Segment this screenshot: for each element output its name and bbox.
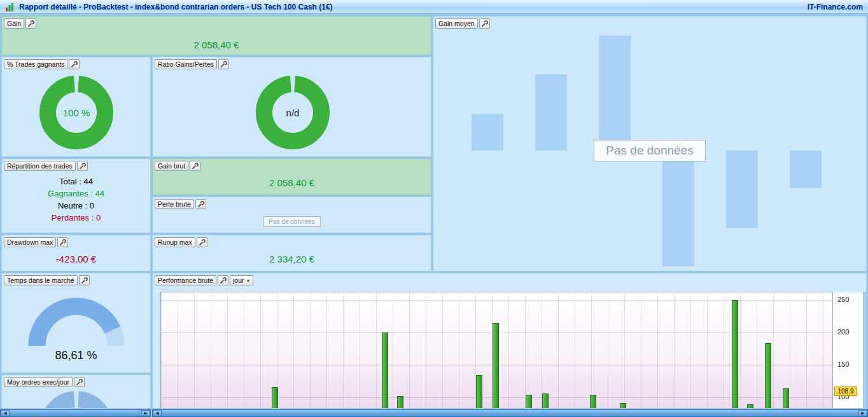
repartition-label-button[interactable]: Répartition des trades (4, 161, 76, 171)
ratio-settings-button[interactable] (218, 59, 229, 69)
performance-period-dropdown[interactable]: jour ▼ (230, 275, 253, 285)
performance-bar (493, 323, 499, 409)
performance-bar (382, 332, 388, 409)
panel-gain-brut: Gain brut 2 058,40 € (152, 158, 431, 195)
pct-trades-value: 100 % (39, 107, 114, 118)
h-scrollbar-left[interactable]: ◀ ▶ (0, 409, 151, 417)
panel-performance-brute: Performance brute jour ▼ 108.9 250200150… (152, 273, 867, 409)
runup-label-button[interactable]: Runup max (155, 237, 195, 247)
panel-runup-max: Runup max 2 334,20 € (152, 235, 431, 271)
gain-moyen-bar (599, 36, 631, 151)
wrench-icon (220, 61, 227, 68)
wrench-icon (71, 61, 78, 68)
runup-value: 2 334,20 € (153, 254, 431, 264)
h-scrollbar-main[interactable]: ◀ ▶ (152, 409, 868, 417)
repartition-row-perdantes: Perdantes : 0 (2, 212, 150, 224)
title-bar: Rapport détaillé - ProBacktest - index&b… (0, 0, 868, 14)
repartition-row-total: Total : 44 (2, 175, 150, 188)
gain-settings-button[interactable] (25, 18, 36, 29)
panel-perte-brute: Perte brute Pas de données (152, 196, 431, 233)
repartition-row-gagnantes: Gagnantes : 44 (2, 188, 150, 200)
y-axis-tick: 200 (837, 328, 849, 336)
pct-trades-settings-button[interactable] (69, 59, 80, 69)
gain-brut-label-button[interactable]: Gain brut (155, 161, 188, 171)
wrench-icon (192, 163, 199, 170)
perte-brute-no-data-label: Pas de données (263, 216, 320, 227)
scroll-right-icon[interactable]: ▶ (858, 410, 867, 416)
performance-bar (476, 375, 482, 409)
performance-bar (620, 403, 626, 409)
window-title: Rapport détaillé - ProBacktest - index&b… (19, 3, 333, 11)
runup-settings-button[interactable] (197, 237, 207, 247)
performance-bar (783, 388, 789, 409)
temps-marche-settings-button[interactable] (79, 275, 90, 285)
pct-trades-label-button[interactable]: % Trades gagnants (4, 59, 67, 69)
repartition-settings-button[interactable] (77, 161, 88, 171)
performance-bar (397, 396, 403, 409)
wrench-icon (197, 201, 204, 208)
app-window: Rapport détaillé - ProBacktest - index&b… (0, 0, 868, 417)
panel-pct-trades-gagnants: % Trades gagnants 100 % (1, 57, 151, 157)
current-value-chip: 108.9 (834, 386, 857, 396)
ratio-label-button[interactable]: Ratio Gains/Pertes (155, 59, 217, 69)
wrench-icon (81, 277, 88, 284)
gain-brut-settings-button[interactable] (190, 161, 200, 171)
panel-repartition: Répartition des trades Total : 44 Gagnan… (1, 158, 151, 233)
panel-gain: Gain 2 058,40 € (1, 16, 431, 55)
gain-moyen-label-button[interactable]: Gain moyen (435, 18, 478, 29)
wrench-icon (79, 163, 86, 170)
ratio-donut-chart: n/d (255, 75, 330, 150)
gain-value: 2 058,40 € (2, 39, 431, 50)
drawdown-settings-button[interactable] (57, 237, 68, 247)
gain-label-button[interactable]: Gain (4, 18, 24, 29)
panel-drawdown-max: Drawdown max -423,00 € (1, 235, 151, 271)
performance-settings-button[interactable] (218, 275, 228, 285)
y-axis-tick: 150 (837, 360, 849, 368)
moy-ordres-settings-button[interactable] (74, 377, 85, 387)
panel-temps-marche: Temps dans le marché 86,61 % (1, 273, 151, 373)
performance-period-value: jour (233, 277, 244, 284)
gain-moyen-bar (472, 114, 503, 151)
h-scrollbar-left-track[interactable] (10, 410, 141, 416)
scroll-right-icon[interactable]: ▶ (141, 410, 150, 416)
chevron-down-icon: ▼ (246, 278, 250, 283)
performance-label-button[interactable]: Performance brute (155, 275, 216, 285)
perte-brute-label-button[interactable]: Perte brute (155, 199, 194, 209)
h-scrollbar-main-track[interactable] (162, 410, 858, 416)
temps-marche-gauge-chart (25, 290, 127, 348)
y-axis-tick: 250 (837, 296, 849, 303)
perte-brute-settings-button[interactable] (195, 199, 206, 209)
drawdown-label-button[interactable]: Drawdown max (4, 237, 56, 247)
performance-bar (526, 395, 532, 409)
wrench-icon (220, 277, 227, 284)
ratio-value: n/d (255, 107, 330, 118)
scroll-left-icon[interactable]: ◀ (1, 410, 10, 416)
moy-ordres-donut-chart (39, 390, 114, 409)
gain-moyen-settings-button[interactable] (479, 18, 490, 29)
performance-bar (747, 404, 753, 409)
scroll-left-icon[interactable]: ◀ (153, 410, 162, 416)
wrench-icon (199, 239, 206, 246)
repartition-row-neutre: Neutre : 0 (2, 200, 150, 212)
drawdown-value: -423,00 € (2, 254, 150, 264)
performance-bar (272, 387, 278, 409)
temps-marche-label-button[interactable]: Temps dans le marché (4, 275, 78, 285)
gain-moyen-bar (535, 74, 567, 151)
performance-v-scrollbar[interactable] (864, 292, 867, 409)
performance-bar (732, 300, 738, 409)
wrench-icon (76, 379, 83, 386)
gain-moyen-no-data-label: Pas de données (594, 140, 706, 161)
wrench-icon (59, 239, 66, 246)
panel-moy-ordres: Moy ordres exec/jour (1, 374, 151, 409)
performance-bar-chart (160, 292, 833, 409)
moy-ordres-label-button[interactable]: Moy ordres exec/jour (4, 377, 73, 387)
gain-moyen-bar (790, 151, 822, 188)
performance-bar (590, 395, 596, 409)
performance-bar (765, 343, 771, 409)
gain-moyen-bar (662, 151, 694, 266)
wrench-icon (481, 20, 488, 27)
brand-label: IT-Finance.com (808, 3, 863, 11)
performance-bar (542, 393, 549, 409)
wrench-icon (27, 20, 34, 27)
temps-marche-value: 86,61 % (2, 349, 150, 362)
